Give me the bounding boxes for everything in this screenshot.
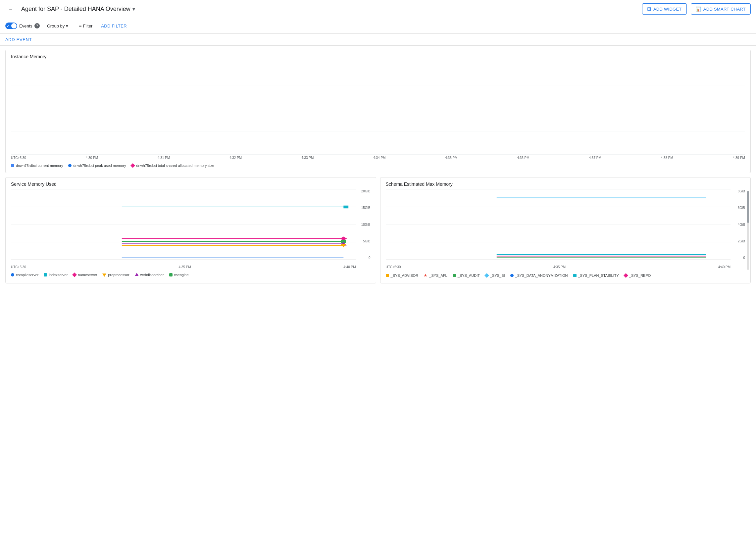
legend-nameserver: nameserver [73,273,97,277]
toolbar: ✓ Events ? Group by ▾ ≡ Filter ADD FILTE… [0,18,756,34]
legend-sys-bi-label: _SYS_BI [490,274,505,277]
legend-sys-advisor: _SYS_ADVISOR [386,273,419,278]
legend-item-peak: dnwh75rdbci peak used memory [68,164,126,168]
legend-indexserver-icon [44,273,47,276]
legend-sys-bi: _SYS_BI [485,273,505,278]
legend-sys-audit: _SYS_AUDIT [453,273,480,278]
page-title: Agent for SAP - Detailed HANA Overview ▾ [21,6,637,13]
chart-row-bottom: Service Memory Used 20GiB 15GiB 10GiB 5G… [5,177,751,283]
time-label-8: 4:37 PM [589,156,601,160]
svg-rect-9 [343,206,348,208]
toggle-check-icon: ✓ [7,24,10,28]
legend-peak-icon [68,164,72,167]
schema-scrollbar-thumb [747,191,749,223]
time-label-9: 4:38 PM [661,156,673,160]
instance-memory-svg [11,62,745,154]
legend-compileserver-label: compileserver [16,273,38,277]
schema-y-label-6gib: 6GiB [738,206,745,210]
add-smart-chart-button[interactable]: 📊 ADD SMART CHART [691,3,751,15]
legend-item-shared: dnwh75rdbci total shared allocated memor… [131,164,214,168]
time-label-7: 4:36 PM [517,156,529,160]
y-label-10gib: 10GiB [361,223,371,226]
legend-sys-data-anon-icon [510,274,514,277]
events-info-icon[interactable]: ? [34,23,40,28]
add-widget-label: ADD WIDGET [653,7,682,12]
add-filter-button[interactable]: ADD FILTER [100,22,128,30]
legend-sys-plan-stability-label: _SYS_PLAN_STABILITY [578,274,619,277]
service-memory-title: Service Memory Used [11,181,371,187]
legend-compileserver-icon [11,273,14,276]
legend-preprocessor-label: preprocessor [108,273,129,277]
legend-xsengine-label: xsengine [174,273,189,277]
add-event-row: ADD EVENT [0,34,756,46]
legend-webdispatcher-icon [135,273,139,277]
back-button[interactable]: ← [5,4,16,14]
add-widget-button[interactable]: ⊞ ADD WIDGET [642,3,687,15]
legend-shared-icon [130,163,135,168]
events-toggle[interactable]: ✓ [5,23,17,29]
legend-item-current: dnwh75rdbci current memory [11,164,63,168]
legend-sys-afl-icon: ★ [424,273,428,278]
schema-memory-inner [386,189,731,260]
add-filter-label: ADD FILTER [101,24,126,28]
legend-sys-data-anon-label: _SYS_DATA_ANONYMIZATION [515,274,568,277]
time-label-1: 4:30 PM [86,156,98,160]
schema-time-1: 4:35 PM [553,265,566,269]
group-by-button[interactable]: Group by ▾ [44,22,72,30]
events-label: Events [19,24,32,28]
legend-nameserver-icon [72,273,77,277]
legend-sys-audit-icon [453,274,456,277]
legend-sys-plan-stability: _SYS_PLAN_STABILITY [573,273,619,278]
schema-time-2: 4:40 PM [718,265,731,269]
time-label-3: 4:32 PM [229,156,242,160]
svc-time-1: 4:35 PM [178,265,191,269]
y-label-0: 0 [369,256,371,260]
legend-preprocessor-icon [102,273,106,277]
schema-scrollbar[interactable] [747,191,749,270]
legend-sys-repo-label: _SYS_REPO [629,274,651,277]
legend-sys-repo-icon [624,273,628,277]
add-widget-icon: ⊞ [647,6,651,12]
schema-memory-legend: _SYS_ADVISOR ★ _SYS_AFL _SYS_AUDIT _SYS_… [386,270,745,279]
schema-y-label-8gib: 8GiB [738,189,745,193]
schema-y-label-4gib: 4GiB [738,223,745,226]
service-memory-y-axis: 20GiB 15GiB 10GiB 5GiB 0 [358,189,371,260]
filter-button[interactable]: ≡ Filter [76,22,96,30]
header: ← Agent for SAP - Detailed HANA Overview… [0,0,756,18]
svc-time-2: 4:40 PM [343,265,356,269]
legend-webdispatcher-label: webdispatcher [140,273,164,277]
instance-memory-card: Instance Memory UTC+5:30 4:30 PM 4:31 PM… [5,50,751,173]
service-memory-inner [11,189,356,260]
add-smart-chart-icon: 📊 [696,6,701,12]
legend-xsengine-icon [169,273,173,276]
y-label-20gib: 20GiB [361,189,371,193]
y-label-15gib: 15GiB [361,206,371,210]
legend-sys-plan-stability-icon [573,274,577,277]
y-label-5gib: 5GiB [363,239,370,243]
legend-xsengine: xsengine [169,273,189,277]
svg-marker-19 [102,274,106,277]
charts-container: Instance Memory UTC+5:30 4:30 PM 4:31 PM… [0,46,756,287]
legend-current-icon [11,164,14,167]
schema-time-0: UTC+5:30 [386,265,401,269]
filter-label: Filter [83,24,92,28]
legend-sys-advisor-icon [386,274,389,277]
schema-y-label-0: 0 [743,256,745,260]
title-text: Agent for SAP - Detailed HANA Overview [21,6,130,13]
legend-preprocessor: preprocessor [102,273,129,277]
time-label-4: 4:33 PM [301,156,314,160]
legend-nameserver-label: nameserver [78,273,97,277]
group-by-chevron-icon: ▾ [66,24,68,28]
service-memory-time-axis: UTC+5:30 4:35 PM 4:40 PM [11,265,356,269]
filter-icon: ≡ [79,23,81,28]
legend-sys-audit-label: _SYS_AUDIT [458,274,480,277]
group-by-label: Group by [47,24,65,28]
title-dropdown-icon[interactable]: ▾ [132,6,135,12]
schema-y-label-2gib: 2GiB [738,239,745,243]
svg-marker-20 [135,273,139,276]
instance-memory-chart-area [11,62,745,155]
add-event-button[interactable]: ADD EVENT [5,37,32,42]
legend-sys-afl: ★ _SYS_AFL [424,273,447,278]
schema-memory-y-axis: 8GiB 6GiB 4GiB 2GiB 0 [732,189,745,260]
legend-indexserver: indexserver [44,273,68,277]
